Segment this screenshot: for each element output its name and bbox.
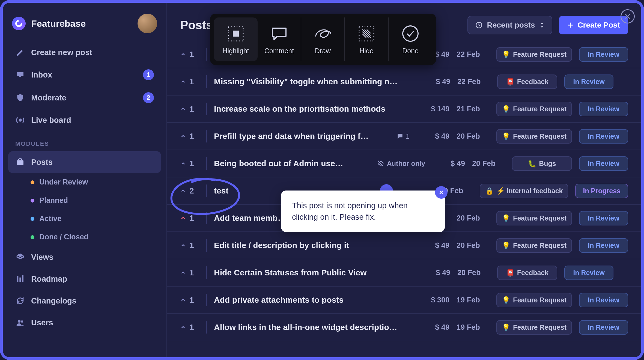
vote-control[interactable]: 1 — [180, 323, 199, 332]
post-date: 22 Feb — [457, 78, 490, 86]
post-status[interactable]: In Review — [579, 47, 628, 62]
post-tag[interactable]: 🔒⚡ Internal feedback — [480, 184, 568, 198]
divider — [206, 75, 207, 88]
vote-control[interactable]: 1 — [180, 295, 199, 305]
post-status[interactable]: In Review — [579, 293, 628, 307]
post-row[interactable]: 1 Being booted out of Admin use… Author … — [167, 150, 641, 177]
post-date: 20 Feb — [457, 214, 489, 222]
vote-control[interactable]: 1 — [180, 50, 199, 59]
create-post-button[interactable]: Create Post — [559, 16, 628, 34]
sidebar-sub-under-review[interactable]: Under Review — [8, 173, 161, 191]
post-row[interactable]: 1 Prefill type and data when triggering … — [167, 123, 641, 150]
post-status[interactable]: In Review — [564, 75, 613, 89]
sidebar-item-users[interactable]: Users — [8, 312, 161, 334]
svg-rect-6 — [22, 275, 23, 282]
sidebar-posts-label: Posts — [31, 158, 53, 167]
tag-emoji-icon: 🔒 — [485, 187, 494, 195]
post-status[interactable]: In Progress — [575, 184, 628, 198]
anno-done[interactable]: Done — [389, 17, 432, 61]
post-tag[interactable]: 💡Feature Request — [496, 211, 572, 225]
post-status[interactable]: In Review — [564, 266, 613, 280]
anno-draw[interactable]: Draw — [301, 17, 345, 61]
close-frame-button[interactable] — [621, 9, 635, 23]
sidebar-sub-label: Active — [39, 215, 61, 223]
post-status[interactable]: In Review — [579, 102, 628, 116]
vote-count: 1 — [189, 268, 194, 277]
avatar[interactable] — [138, 14, 157, 33]
post-tag[interactable]: 🐛Bugs — [512, 156, 572, 171]
anno-hide[interactable]: Hide — [345, 17, 389, 61]
sidebar-item-posts[interactable]: Posts — [8, 151, 161, 173]
post-tag[interactable]: 💡Feature Request — [496, 293, 572, 307]
post-tag[interactable]: 💡Feature Request — [496, 102, 572, 116]
svg-point-2 — [19, 119, 21, 121]
svg-point-20 — [403, 26, 418, 41]
post-amount: $ 49 — [417, 132, 449, 141]
sidebar-item-roadmap[interactable]: Roadmap — [8, 268, 161, 290]
sidebar-sub-active[interactable]: Active — [8, 210, 161, 228]
post-tag[interactable]: 💡Feature Request — [496, 129, 572, 144]
post-status[interactable]: In Review — [579, 320, 628, 335]
post-row[interactable]: 1 Edit title / description by clicking i… — [167, 232, 641, 259]
post-status[interactable]: In Review — [579, 238, 628, 253]
post-status[interactable]: In Review — [579, 129, 628, 144]
chevron-up-icon — [180, 133, 186, 139]
vote-count: 1 — [189, 50, 194, 59]
anno-comment[interactable]: Comment — [258, 17, 301, 61]
post-row[interactable]: 1 Add private attachments to posts $ 300… — [167, 287, 641, 314]
draw-icon — [313, 24, 332, 43]
sidebar-item-label: Views — [31, 253, 53, 262]
create-post-label: Create Post — [577, 21, 620, 29]
tag-emoji-icon: 🐛 — [528, 160, 536, 168]
post-row[interactable]: 1 Increase scale on the prioritisation m… — [167, 96, 641, 123]
sidebar-item-label: Live board — [31, 116, 71, 125]
anno-highlight[interactable]: Highlight — [214, 17, 258, 61]
vote-control[interactable]: 2 — [180, 186, 199, 195]
annotation-toolbar: Highlight Comment Draw — [210, 14, 436, 65]
popover-close-button[interactable] — [435, 186, 448, 199]
post-tag[interactable]: 📮Feedback — [497, 266, 557, 280]
sidebar-item-moderate[interactable]: Moderate 2 — [8, 86, 161, 109]
vote-control[interactable]: 1 — [180, 268, 199, 277]
post-amount: $ 49 — [418, 78, 450, 86]
create-new-post[interactable]: Create new post — [8, 41, 161, 63]
post-tag[interactable]: 💡Feature Request — [496, 238, 572, 253]
plus-icon — [567, 22, 574, 28]
vote-control[interactable]: 1 — [180, 159, 199, 168]
vote-control[interactable]: 1 — [180, 213, 199, 223]
sidebar-item-live-board[interactable]: Live board — [8, 109, 161, 131]
tag-label: Bugs — [539, 160, 556, 168]
post-row[interactable]: 1 Hide Certain Statuses from Public View… — [167, 259, 641, 287]
sidebar: Featurebase Create new post Inbox 1 Mode… — [3, 3, 167, 357]
comment-popover: This post is not opening up when clickin… — [281, 191, 445, 232]
vote-control[interactable]: 1 — [180, 77, 199, 86]
sidebar-sub-done-closed[interactable]: Done / Closed — [8, 228, 161, 246]
sidebar-badge: 2 — [143, 92, 154, 103]
create-new-post-label: Create new post — [31, 48, 92, 57]
svg-line-15 — [362, 29, 371, 38]
vote-control[interactable]: 1 — [180, 104, 199, 114]
post-row[interactable]: 1 Allow links in the all-in-one widget d… — [167, 314, 641, 341]
post-tag[interactable]: 💡Feature Request — [496, 47, 572, 62]
post-date: 22 Feb — [457, 50, 489, 59]
vote-control[interactable]: 1 — [180, 241, 199, 250]
post-row[interactable]: 1 Missing "Visibility" toggle when submi… — [167, 68, 641, 96]
post-status[interactable]: In Review — [579, 156, 628, 171]
brand-logo-icon — [12, 17, 26, 30]
sort-label: Recent posts — [487, 21, 535, 29]
chevron-up-icon — [180, 242, 186, 248]
post-status[interactable]: In Review — [579, 211, 628, 225]
post-date: 21 Feb — [457, 105, 489, 113]
sort-dropdown[interactable]: Recent posts — [467, 16, 553, 34]
shield-icon — [15, 93, 25, 103]
sidebar-item-label: Users — [31, 318, 53, 327]
sidebar-sub-planned[interactable]: Planned — [8, 191, 161, 210]
vote-control[interactable]: 1 — [180, 132, 199, 141]
sidebar-item-inbox[interactable]: Inbox 1 — [8, 63, 161, 86]
sidebar-item-views[interactable]: Views — [8, 246, 161, 268]
sidebar-item-changelogs[interactable]: Changelogs — [8, 290, 161, 312]
broadcast-icon — [15, 115, 25, 125]
post-tag[interactable]: 💡Feature Request — [496, 320, 572, 335]
anno-hide-label: Hide — [359, 47, 373, 55]
post-tag[interactable]: 📮Feedback — [497, 75, 557, 89]
